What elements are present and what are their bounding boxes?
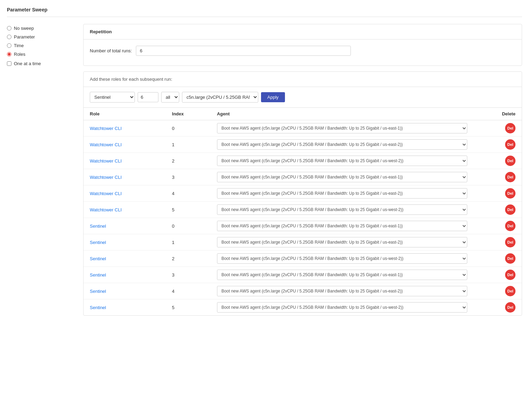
delete-cell: Del [474, 234, 522, 251]
page-title: Parameter Sweep [7, 7, 522, 17]
apply-agent-select[interactable]: c5n.large (2vCPU / 5.25GB RAM / Bandw [182, 92, 258, 103]
total-runs-label: Number of total runs: [90, 48, 132, 53]
table-row: Sentinel1Boot new AWS agent (c5n.large (… [84, 234, 522, 251]
index-cell: 1 [166, 234, 211, 251]
delete-button[interactable]: Del [505, 139, 515, 150]
roles-label: Roles [14, 52, 25, 57]
delete-button[interactable]: Del [505, 204, 515, 215]
role-link[interactable]: Sentinel [90, 272, 106, 278]
delete-button[interactable]: Del [505, 221, 515, 231]
delete-button[interactable]: Del [505, 172, 515, 182]
agent-cell: Boot new AWS agent (c5n.large (2vCPU / 5… [211, 153, 474, 169]
delete-cell: Del [474, 299, 522, 316]
table-row: Sentinel0Boot new AWS agent (c5n.large (… [84, 218, 522, 234]
role-link[interactable]: Watchtower CLI [90, 158, 122, 164]
agent-cell: Boot new AWS agent (c5n.large (2vCPU / 5… [211, 169, 474, 185]
right-panel: Repetition Number of total runs: Add the… [83, 24, 522, 321]
index-cell: 5 [166, 299, 211, 316]
agent-select[interactable]: Boot new AWS agent (c5n.large (2vCPU / 5… [217, 188, 467, 199]
role-link[interactable]: Watchtower CLI [90, 191, 122, 196]
repetition-header: Repetition [84, 24, 522, 40]
role-column-header: Role [84, 108, 166, 120]
role-cell: Watchtower CLI [84, 169, 166, 185]
agent-cell: Boot new AWS agent (c5n.large (2vCPU / 5… [211, 299, 474, 316]
no-sweep-radio[interactable] [7, 26, 11, 30]
delete-button[interactable]: Del [505, 188, 515, 199]
delete-button[interactable]: Del [505, 123, 515, 133]
one-at-a-time-checkbox[interactable] [7, 61, 11, 66]
agent-cell: Boot new AWS agent (c5n.large (2vCPU / 5… [211, 185, 474, 202]
role-link[interactable]: Sentinel [90, 256, 106, 261]
sweep-option-time[interactable]: Time [7, 43, 76, 48]
agent-cell: Boot new AWS agent (c5n.large (2vCPU / 5… [211, 267, 474, 283]
index-cell: 4 [166, 185, 211, 202]
roles-table: Role Index Agent Delete Watchtower CLI0B… [84, 108, 522, 315]
table-row: Watchtower CLI4Boot new AWS agent (c5n.l… [84, 185, 522, 202]
delete-cell: Del [474, 137, 522, 153]
repetition-card: Repetition Number of total runs: [83, 24, 522, 66]
agent-select[interactable]: Boot new AWS agent (c5n.large (2vCPU / 5… [217, 123, 467, 133]
agent-select[interactable]: Boot new AWS agent (c5n.large (2vCPU / 5… [217, 286, 467, 296]
delete-button[interactable]: Del [505, 302, 515, 313]
delete-cell: Del [474, 185, 522, 202]
apply-role-select[interactable]: Sentinel Watchtower CLI [90, 92, 135, 103]
table-row: Watchtower CLI1Boot new AWS agent (c5n.l… [84, 137, 522, 153]
delete-button[interactable]: Del [505, 237, 515, 247]
table-row: Sentinel3Boot new AWS agent (c5n.large (… [84, 267, 522, 283]
sweep-option-parameter[interactable]: Parameter [7, 34, 76, 40]
role-link[interactable]: Watchtower CLI [90, 142, 122, 147]
role-link[interactable]: Sentinel [90, 240, 106, 245]
delete-button[interactable]: Del [505, 286, 515, 296]
delete-button[interactable]: Del [505, 253, 515, 264]
apply-row: Sentinel Watchtower CLI all 0 1 2 3 4 5 [84, 87, 522, 108]
agent-cell: Boot new AWS agent (c5n.large (2vCPU / 5… [211, 218, 474, 234]
role-link[interactable]: Sentinel [90, 305, 106, 310]
agent-select[interactable]: Boot new AWS agent (c5n.large (2vCPU / 5… [217, 270, 467, 280]
delete-cell: Del [474, 202, 522, 218]
role-cell: Sentinel [84, 251, 166, 267]
table-row: Watchtower CLI5Boot new AWS agent (c5n.l… [84, 202, 522, 218]
sweep-option-roles[interactable]: Roles [7, 52, 76, 57]
agent-select[interactable]: Boot new AWS agent (c5n.large (2vCPU / 5… [217, 172, 467, 182]
agent-select[interactable]: Boot new AWS agent (c5n.large (2vCPU / 5… [217, 139, 467, 150]
delete-cell: Del [474, 120, 522, 137]
index-cell: 0 [166, 218, 211, 234]
delete-button[interactable]: Del [505, 156, 515, 166]
repetition-body: Number of total runs: [84, 40, 522, 65]
index-cell: 4 [166, 283, 211, 299]
agent-select[interactable]: Boot new AWS agent (c5n.large (2vCPU / 5… [217, 253, 467, 264]
index-cell: 0 [166, 120, 211, 137]
role-link[interactable]: Watchtower CLI [90, 126, 122, 131]
role-link[interactable]: Sentinel [90, 224, 106, 229]
role-cell: Sentinel [84, 299, 166, 316]
delete-cell: Del [474, 153, 522, 169]
delete-cell: Del [474, 251, 522, 267]
time-radio[interactable] [7, 43, 11, 48]
role-cell: Sentinel [84, 218, 166, 234]
agent-select[interactable]: Boot new AWS agent (c5n.large (2vCPU / 5… [217, 204, 467, 215]
role-link[interactable]: Watchtower CLI [90, 175, 122, 180]
role-link[interactable]: Watchtower CLI [90, 207, 122, 212]
index-column-header: Index [166, 108, 211, 120]
total-runs-row: Number of total runs: [90, 46, 515, 56]
sweep-option-one-at-a-time[interactable]: One at a time [7, 61, 76, 66]
apply-count-input[interactable] [138, 92, 158, 102]
role-link[interactable]: Sentinel [90, 289, 106, 294]
apply-button[interactable]: Apply [261, 92, 285, 102]
agent-cell: Boot new AWS agent (c5n.large (2vCPU / 5… [211, 283, 474, 299]
roles-radio[interactable] [7, 52, 11, 56]
apply-index-select[interactable]: all 0 1 2 3 4 5 [161, 92, 179, 103]
roles-card: Add these roles for each subsequent run:… [83, 71, 522, 316]
delete-button[interactable]: Del [505, 270, 515, 280]
index-cell: 2 [166, 153, 211, 169]
agent-select[interactable]: Boot new AWS agent (c5n.large (2vCPU / 5… [217, 302, 467, 313]
sweep-option-no-sweep[interactable]: No sweep [7, 26, 76, 31]
table-row: Sentinel5Boot new AWS agent (c5n.large (… [84, 299, 522, 316]
agent-select[interactable]: Boot new AWS agent (c5n.large (2vCPU / 5… [217, 156, 467, 166]
parameter-radio[interactable] [7, 35, 11, 39]
table-row: Watchtower CLI2Boot new AWS agent (c5n.l… [84, 153, 522, 169]
total-runs-input[interactable] [136, 46, 351, 56]
agent-select[interactable]: Boot new AWS agent (c5n.large (2vCPU / 5… [217, 221, 467, 231]
left-panel: No sweep Parameter Time Roles One at a t… [7, 24, 76, 321]
agent-select[interactable]: Boot new AWS agent (c5n.large (2vCPU / 5… [217, 237, 467, 247]
